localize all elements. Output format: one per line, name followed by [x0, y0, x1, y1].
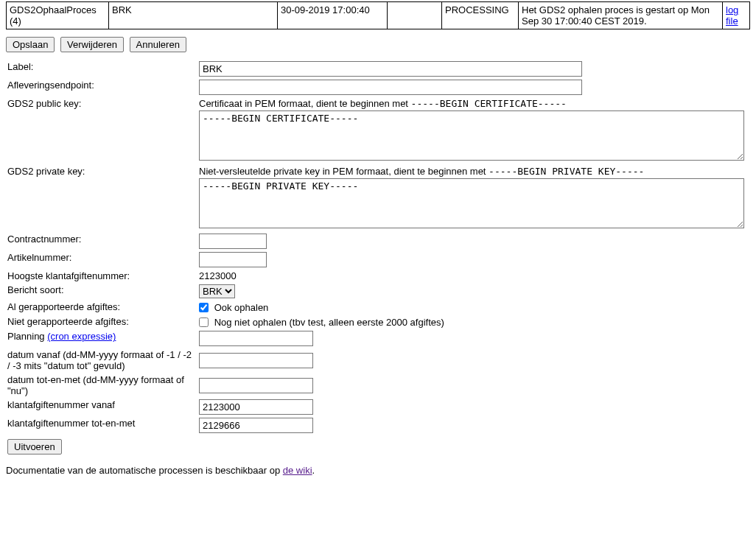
edit-form: Label: Afleveringsendpoint: GDS2 public … [6, 60, 746, 456]
klant-tot-label: klantafgiftenummer tot-en-met [6, 416, 197, 435]
label-label: Label: [6, 60, 197, 78]
niet-gerapporteerde-checkbox[interactable] [199, 317, 209, 327]
privkey-textarea[interactable] [199, 178, 744, 228]
logfile-link[interactable]: log file [726, 4, 738, 27]
documentation-line: Documentatie van de automatische process… [6, 465, 750, 476]
klant-vanaf-input[interactable] [199, 399, 313, 415]
hoogste-label: Hoogste klantafgiftenummer: [6, 269, 197, 283]
contractnr-input[interactable] [199, 234, 267, 249]
endpoint-label: Afleveringsendpoint: [6, 78, 197, 96]
niet-gerapporteerde-text: Nog niet ophalen (tbv test, alleen eerst… [214, 317, 444, 328]
planning-label: Planning [7, 331, 47, 342]
niet-gerapporteerde-label: Niet gerapporteerde afgiftes: [6, 315, 197, 329]
name-cell: BRK [109, 2, 278, 29]
execute-button[interactable]: Uitvoeren [7, 439, 62, 454]
de-wiki-link[interactable]: de wiki [283, 465, 312, 476]
documentation-post: . [312, 465, 315, 476]
pubkey-hint-text: Certificaat in PEM formaat, dient te beg… [199, 98, 411, 109]
planning-label-cell: Planning (cron expressie) [6, 329, 197, 348]
message-cell: Het GDS2 ophalen proces is gestart op Mo… [519, 2, 723, 29]
berichtsoort-select[interactable]: BRK [199, 284, 235, 298]
datetime-cell: 30-09-2019 17:00:40 [278, 2, 388, 29]
privkey-hint-text: Niet-versleutelde private key in PEM for… [199, 166, 489, 177]
pubkey-hint: Certificaat in PEM formaat, dient te beg… [199, 98, 744, 109]
cancel-button[interactable]: Annuleren [130, 37, 186, 52]
privkey-label: GDS2 private key: [6, 164, 197, 232]
berichtsoort-label: Bericht soort: [6, 283, 197, 300]
pubkey-textarea[interactable] [199, 110, 744, 161]
klant-tot-input[interactable] [199, 418, 313, 433]
table-row: GDS2OphaalProces (4) BRK 30-09-2019 17:0… [7, 2, 750, 29]
artikelnr-label: Artikelnummer: [6, 250, 197, 269]
status-cell: PROCESSING [442, 2, 519, 29]
datum-vanaf-input[interactable] [199, 353, 313, 368]
klant-vanaf-label: klantafgiftenummer vanaf [6, 398, 197, 416]
pubkey-label: GDS2 public key: [6, 96, 197, 164]
al-gerapporteerde-label: Al gerapporteerde afgiftes: [6, 300, 197, 315]
datum-vanaf-label: datum vanaf (dd-MM-yyyy formaat of -1 / … [6, 348, 197, 373]
cron-expressie-link[interactable]: (cron expressie) [47, 331, 116, 342]
label-input[interactable] [199, 61, 582, 77]
pubkey-hint-mono: -----BEGIN CERTIFICATE----- [411, 98, 567, 109]
artikelnr-input[interactable] [199, 252, 267, 267]
privkey-hint: Niet-versleutelde private key in PEM for… [199, 166, 744, 177]
datum-tot-input[interactable] [199, 378, 313, 393]
al-gerapporteerde-text: Ook ophalen [214, 302, 269, 313]
process-cell: GDS2OphaalProces (4) [7, 2, 109, 29]
documentation-pre: Documentatie van de automatische process… [6, 465, 283, 476]
delete-button[interactable]: Verwijderen [60, 37, 124, 52]
empty-cell [388, 2, 442, 29]
process-status-table: GDS2OphaalProces (4) BRK 30-09-2019 17:0… [6, 1, 750, 29]
datum-tot-label: datum tot-en-met (dd-MM-yyyy formaat of … [6, 373, 197, 398]
logfile-cell: log file [723, 2, 750, 29]
hoogste-value: 2123000 [197, 269, 746, 283]
privkey-hint-mono: -----BEGIN PRIVATE KEY----- [489, 166, 644, 177]
al-gerapporteerde-checkbox[interactable] [199, 303, 209, 312]
action-button-row: Opslaan Verwijderen Annuleren [6, 37, 750, 52]
endpoint-input[interactable] [199, 80, 582, 95]
contractnr-label: Contractnummer: [6, 232, 197, 250]
planning-input[interactable] [199, 331, 313, 346]
save-button[interactable]: Opslaan [6, 37, 55, 52]
